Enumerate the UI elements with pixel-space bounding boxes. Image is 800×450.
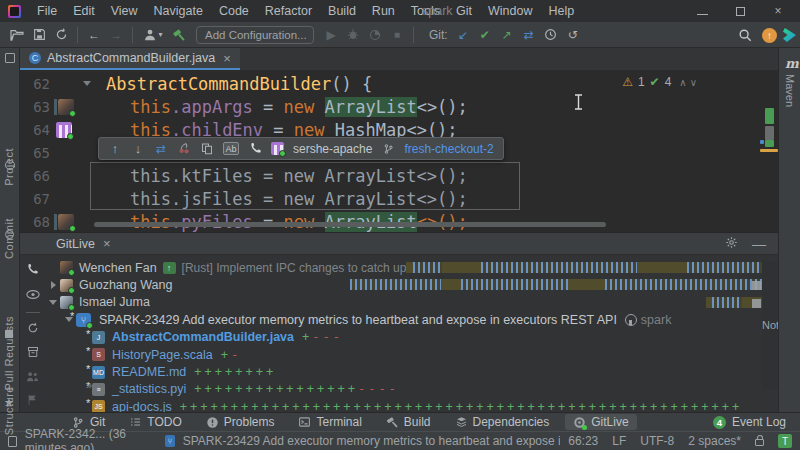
file-row[interactable]: MD*README.md++++++++ — [46, 363, 778, 380]
annotate-icon[interactable]: Ab — [223, 142, 239, 155]
run-configuration-select[interactable]: Add Configuration... — [196, 26, 314, 44]
tool-window-button-build[interactable]: Build — [378, 414, 439, 430]
caret-position-widget[interactable]: 66:23 — [568, 434, 598, 448]
file-row[interactable]: J*AbstractCommandBuilder.java+--- — [46, 329, 778, 346]
swap-branch-icon[interactable]: ⇄ — [154, 142, 168, 156]
line-separator-widget[interactable]: LF — [612, 434, 626, 448]
tab-close-icon[interactable]: × — [223, 51, 231, 66]
copy-icon[interactable] — [200, 142, 214, 156]
menu-item-refactor[interactable]: Refactor — [258, 2, 319, 20]
chevron-right-icon[interactable] — [51, 281, 56, 289]
menu-item-file[interactable]: File — [30, 2, 64, 20]
tool-window-button-problems[interactable]: Problems — [198, 414, 283, 430]
code-editor[interactable]: 62AbstractCommandBuilder() {63this.appAr… — [20, 70, 778, 232]
encoding-widget[interactable]: UTF-8 — [640, 434, 674, 448]
file-row[interactable]: S*HistoryPage.scala+- — [46, 346, 778, 363]
warning-icon: ⚠ — [622, 75, 633, 89]
minimize-button[interactable] — [696, 5, 708, 17]
menu-item-edit[interactable]: Edit — [66, 2, 102, 20]
team-icon[interactable] — [26, 370, 39, 385]
save-icon[interactable] — [28, 25, 50, 45]
cherry-pick-icon[interactable] — [177, 142, 191, 156]
start-call-icon[interactable] — [26, 263, 39, 279]
code-line[interactable]: 67this.jsFiles = new ArrayList<>(); — [20, 187, 778, 210]
update-available-icon[interactable]: ↑ — [762, 28, 777, 43]
back-icon[interactable]: ← — [83, 25, 105, 45]
menu-item-view[interactable]: View — [104, 2, 145, 20]
indent-widget[interactable]: 2 spaces* — [688, 434, 741, 448]
rollback-icon[interactable]: ↺ — [562, 25, 584, 45]
run-coverage-icon[interactable] — [364, 25, 386, 45]
user-row[interactable]: Guozhang Wang — [46, 276, 778, 293]
sync-icon[interactable] — [50, 25, 72, 45]
branch-widget[interactable]: SPARK-2342... (36 minutes ago) — [25, 427, 157, 450]
file-row[interactable]: JS*api-docs.js++++++++++++++++++++++++++… — [46, 398, 778, 412]
gitlive-close-icon[interactable]: × — [103, 236, 111, 251]
code-line[interactable]: 63this.appArgs = new ArrayList<>(); — [20, 95, 778, 118]
tracking-icon[interactable]: T — [778, 434, 792, 448]
fold-icon[interactable] — [83, 81, 91, 86]
tool-window-button-terminal[interactable]: Terminal — [290, 414, 369, 430]
user-row[interactable]: Wenchen Fan↑[Rust] Implement IPC changes… — [46, 259, 778, 276]
search-icon[interactable] — [734, 25, 756, 45]
call-icon[interactable] — [248, 142, 262, 156]
archive-icon[interactable] — [27, 346, 39, 361]
gitlive-settings-icon[interactable] — [725, 236, 738, 252]
stop-icon[interactable]: ■ — [386, 25, 408, 45]
window-widget-icon[interactable] — [8, 436, 17, 447]
readonly-lock-icon[interactable] — [755, 439, 764, 446]
menu-item-window[interactable]: Window — [481, 2, 539, 20]
user-dropdown-icon[interactable]: ▾ — [138, 25, 168, 45]
flag-icon[interactable] — [27, 394, 38, 409]
gitlive-more-icon[interactable]: » — [86, 379, 91, 391]
forward-icon[interactable]: → — [105, 25, 127, 45]
event-log-widget[interactable]: 4Event Log — [713, 415, 800, 429]
inspections-widget[interactable]: ⚠ 1 ✔ 4 ∧∨ — [622, 75, 700, 89]
git-commit-icon[interactable]: ✔ — [474, 25, 496, 45]
stripe-button-pull-requests[interactable]: Pull Requests — [3, 316, 15, 390]
run-icon[interactable]: ▶ — [320, 25, 342, 45]
plugin-logo-icon[interactable] — [783, 28, 796, 42]
maximize-button[interactable] — [734, 5, 746, 17]
history-icon[interactable] — [540, 25, 562, 45]
scrollbar-thumb[interactable] — [765, 126, 774, 140]
menu-item-code[interactable]: Code — [212, 2, 256, 20]
refresh-icon[interactable] — [27, 322, 39, 337]
follow-icon[interactable] — [26, 288, 40, 303]
menu-item-git[interactable]: Git — [449, 2, 479, 20]
stripe-button-structure[interactable]: Structure — [3, 386, 15, 435]
menu-item-navigate[interactable]: Navigate — [147, 2, 210, 20]
file-row[interactable]: ≡*_statistics.pyi++++++++++++++++---- — [46, 381, 778, 398]
build-project-icon[interactable] — [168, 25, 190, 45]
task-widget[interactable]: SPARK-23429 Add executor memory metrics … — [183, 434, 561, 448]
menu-item-build[interactable]: Build — [321, 2, 363, 20]
git-push-icon[interactable]: ↗ — [496, 25, 518, 45]
chevron-down-icon[interactable] — [49, 300, 57, 305]
jump-up-icon[interactable]: ↑ — [108, 142, 122, 156]
git-merge-icon[interactable]: ⇄ — [518, 25, 540, 45]
issue-row[interactable]: ⑂*SPARK-23429 Add executor memory metric… — [46, 311, 778, 328]
gitlive-minimize-icon[interactable]: — — [752, 236, 766, 252]
activity-cursor-block — [752, 281, 761, 290]
menu-item-help[interactable]: Help — [541, 2, 581, 20]
editor-tab[interactable]: C AbstractCommandBuilder.java × — [20, 48, 240, 70]
tool-window-button-gitlive[interactable]: GitLive — [565, 414, 636, 430]
code-line[interactable]: 66this.ktFiles = new ArrayList<>(); — [20, 164, 778, 187]
debug-icon[interactable] — [342, 25, 364, 45]
close-button[interactable]: × — [772, 5, 784, 17]
tool-window-button-dependencies[interactable]: Dependencies — [447, 414, 558, 430]
ide-window: FileEditViewNavigateCodeRefactorBuildRun… — [0, 0, 800, 450]
title-bar: FileEditViewNavigateCodeRefactorBuildRun… — [0, 0, 800, 22]
gitlive-tab-label[interactable]: GitLive — [56, 237, 95, 251]
inspection-nav-icons[interactable]: ∧∨ — [679, 77, 700, 88]
git-update-icon[interactable]: ↙ — [452, 25, 474, 45]
open-icon[interactable] — [6, 25, 28, 45]
menu-item-run[interactable]: Run — [365, 2, 402, 20]
code-line[interactable]: 68this.pyFiles = new ArrayList<>(); — [20, 210, 778, 232]
stripe-button-maven[interactable]: Maven — [784, 74, 796, 107]
jump-down-icon[interactable]: ↓ — [131, 142, 145, 156]
deleted-lines-marks: ---- — [358, 382, 399, 396]
user-row[interactable]: Ismael Juma — [46, 294, 778, 311]
notifications-strip[interactable]: Not — [762, 261, 778, 389]
horizontal-scrollbar[interactable] — [94, 222, 606, 227]
